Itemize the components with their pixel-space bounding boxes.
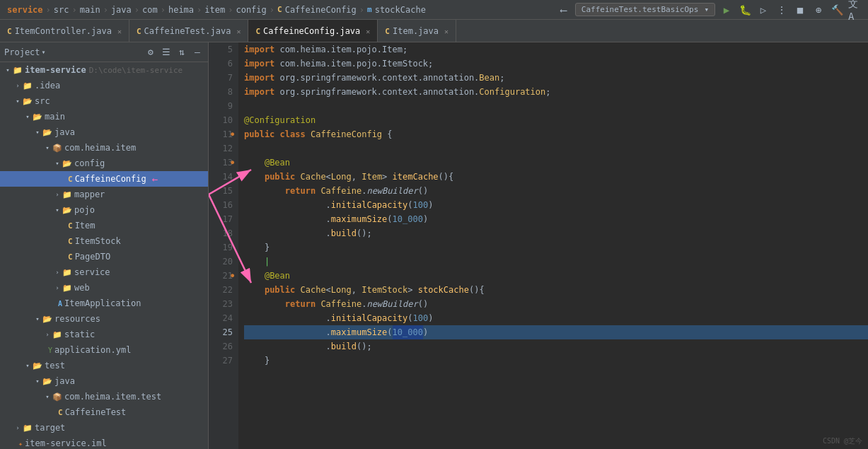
- tree-item-pagedto-class[interactable]: C PageDTO: [0, 249, 208, 264]
- tree-item-caffeineconfig[interactable]: C CaffeineConfig ←: [0, 171, 208, 187]
- sep7: ›: [228, 5, 233, 15]
- tree-item-java[interactable]: ▾ 📂 java: [0, 124, 208, 140]
- tree-item-pkg[interactable]: ▾ 📦 com.heima.item: [0, 140, 208, 156]
- tab-item[interactable]: C Item.java ✕: [378, 20, 456, 42]
- code-line-11: public class CaffeineConfig {: [244, 127, 868, 141]
- tree-item-config[interactable]: ▾ 📂 config: [0, 156, 208, 171]
- breadcrumb-item[interactable]: item: [204, 5, 225, 15]
- tree-arrow-testpkg: ▾: [42, 393, 52, 400]
- breadcrumb-stockcache[interactable]: stockCache: [375, 5, 426, 15]
- tab-caffeineconfig[interactable]: C CaffeineConfig.java ✕: [248, 20, 378, 42]
- tree-item-item-class[interactable]: C Item: [0, 218, 208, 233]
- tab-close-itemcontroller[interactable]: ✕: [117, 28, 122, 35]
- tree-item-caffeinetest[interactable]: C CaffeineTest: [0, 404, 208, 420]
- plain-7a: org.springframework.context.annotation.: [280, 71, 480, 85]
- tree-item-pojo[interactable]: ▾ 📂 pojo: [0, 202, 208, 218]
- tree-item-testjava[interactable]: ▾ 📂 java: [0, 373, 208, 389]
- breadcrumb-caffeineconfig[interactable]: CaffeineConfig: [285, 5, 357, 15]
- annotation-21: @Bean: [265, 269, 290, 283]
- tree-item-applicationyml[interactable]: Y application.yml: [0, 342, 208, 358]
- classname-caffeine-23: Caffeine: [320, 297, 361, 311]
- tab-close-item[interactable]: ✕: [444, 28, 449, 35]
- tree-arrow-mapper: ›: [52, 191, 62, 198]
- classname-item-14: Item: [361, 170, 382, 184]
- target-folder-icon: 📁: [23, 424, 33, 433]
- project-dropdown-icon[interactable]: ▾: [42, 48, 46, 56]
- tab-close-caffeineconfig[interactable]: ✕: [366, 28, 370, 35]
- sidebar-close-icon[interactable]: —: [191, 46, 204, 59]
- breadcrumb-icon-c: C: [277, 5, 282, 14]
- breadcrumb-com[interactable]: com: [142, 5, 158, 15]
- run-config-dropdown[interactable]: CaffeineTest.testBasicOps ▾: [575, 3, 715, 16]
- stop-button[interactable]: ■: [793, 3, 807, 17]
- translate-icon[interactable]: 文A: [848, 3, 862, 17]
- coverage-button[interactable]: ▷: [756, 3, 770, 17]
- plain-25a: (: [387, 325, 392, 339]
- root-folder-icon: 📁: [13, 66, 23, 75]
- tree-label-java: java: [54, 127, 75, 137]
- navigate-back-icon[interactable]: ⟵: [557, 3, 571, 17]
- plain-27: }: [244, 354, 270, 368]
- watermark: CSDN @芝今: [823, 436, 862, 446]
- kw-import-5: import: [244, 42, 280, 57]
- method-maximumsize-25: maximumSize: [331, 325, 387, 339]
- tree-item-itemapplication[interactable]: A ItemApplication: [0, 296, 208, 311]
- plain-6: com.heima.item.pojo.ItemStock;: [280, 57, 434, 71]
- line-num-20: 20: [214, 255, 233, 269]
- classname-long-14: Long: [331, 170, 352, 184]
- tree-item-mapper[interactable]: › 📁 mapper: [0, 187, 208, 202]
- tree-arrow-pkg: ▾: [42, 144, 52, 151]
- editor-area[interactable]: 5 6 7 8 9 10 11 12 13 14 15 16 17 18 19 …: [209, 42, 868, 449]
- breadcrumb-service[interactable]: service: [7, 5, 43, 15]
- classname-cache-22: Cache: [300, 283, 325, 297]
- tree-label-root: item-service: [25, 65, 86, 75]
- tree-item-idea[interactable]: › 📁 .idea: [0, 78, 208, 93]
- tree-item-itemstock-class[interactable]: C ItemStock: [0, 233, 208, 249]
- line-num-15: 15: [214, 184, 233, 198]
- tree-item-testpkg[interactable]: ▾ 📦 com.heima.item.test: [0, 389, 208, 404]
- indent-14: [244, 170, 265, 184]
- tab-caffeinetest[interactable]: C CaffeineTest.java ✕: [129, 20, 248, 42]
- run-button[interactable]: ▶: [719, 3, 734, 17]
- tree-path-root: D:\code\item-service: [89, 66, 183, 75]
- tab-icon-caffeineconfig: C: [255, 27, 260, 36]
- tree-item-src[interactable]: ▾ 📂 src: [0, 93, 208, 109]
- breadcrumb-main[interactable]: main: [80, 5, 100, 15]
- tree-item-service[interactable]: › 📁 service: [0, 264, 208, 280]
- breadcrumb-src[interactable]: src: [54, 5, 69, 15]
- sidebar-layout-icon[interactable]: ☰: [160, 46, 173, 59]
- tree-item-web[interactable]: › 📁 web: [0, 280, 208, 296]
- debug-button[interactable]: 🐛: [738, 3, 752, 17]
- tree-item-main[interactable]: ▾ 📂 main: [0, 109, 208, 124]
- tree-item-root[interactable]: ▾ 📁 item-service D:\code\item-service: [0, 62, 208, 78]
- plain-8b: ;: [545, 85, 550, 99]
- tree-item-resources[interactable]: ▾ 📂 resources: [0, 311, 208, 327]
- build-button[interactable]: 🔨: [830, 3, 844, 17]
- indent-18: .: [244, 226, 331, 240]
- line-num-8: 8: [214, 85, 233, 99]
- breadcrumb-icon-m: m: [367, 5, 372, 14]
- method-build-18: build: [331, 226, 357, 240]
- tree-item-test[interactable]: ▾ 📂 test: [0, 358, 208, 373]
- more-actions-icon[interactable]: ⋮: [775, 3, 789, 17]
- tree-item-target[interactable]: › 📁 target: [0, 420, 208, 436]
- tab-close-caffeinetest[interactable]: ✕: [236, 28, 241, 35]
- breadcrumb-java[interactable]: java: [111, 5, 132, 15]
- code-lines[interactable]: import com.heima.item.pojo.Item; import …: [238, 42, 868, 449]
- tree-item-static[interactable]: › 📁 static: [0, 327, 208, 342]
- line-num-25: 25: [214, 325, 233, 339]
- sidebar-settings-icon[interactable]: ⚙: [144, 46, 157, 59]
- tree-arrow-resources: ▾: [33, 315, 42, 322]
- tree-item-iml[interactable]: ✦ item-service.iml: [0, 436, 208, 449]
- line-num-12: 12: [214, 141, 233, 156]
- sidebar-expand-icon[interactable]: ⇅: [175, 46, 188, 59]
- tab-itemcontroller[interactable]: C ItemController.java ✕: [0, 20, 129, 42]
- tab-icon-item: C: [385, 27, 390, 36]
- code-line-13: @Bean: [244, 156, 868, 170]
- sep3: ›: [103, 5, 108, 15]
- service-folder-icon: 📁: [62, 268, 72, 277]
- classname-cache-14: Cache: [300, 170, 325, 184]
- breadcrumb-config[interactable]: config: [236, 5, 266, 15]
- breadcrumb-heima[interactable]: heima: [168, 5, 194, 15]
- profiler-button[interactable]: ⊕: [811, 3, 826, 17]
